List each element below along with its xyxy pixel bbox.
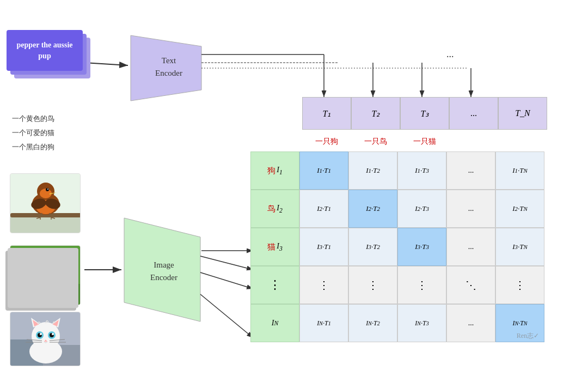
text-input-cards: pepper the aussie pup — [7, 30, 94, 79]
cell-1-1: I1·T1 — [299, 151, 348, 190]
svg-point-63 — [32, 322, 60, 350]
image-encoder-text-line2: Encoder — [150, 273, 177, 282]
row-3: 猫I3 I3·T1 I3·T2 I3·T3 ... I3·TN — [250, 228, 544, 266]
image-encoder-label: Image Encoder — [139, 259, 188, 283]
cell-1-n: I1·TN — [495, 151, 544, 190]
cell-3-n: I3·TN — [495, 228, 544, 266]
cell-2-n: I2·TN — [495, 190, 544, 228]
cell-dots-1: ⋮ — [299, 266, 348, 304]
cell-2-2: I2·T2 — [348, 190, 397, 228]
cell-2-3: I2·T3 — [397, 190, 446, 228]
cell-dots-n: ⋮ — [495, 266, 544, 304]
svg-text:...: ... — [446, 48, 454, 59]
text-encoder-text-line1: Text — [162, 56, 176, 65]
cat-svg — [10, 312, 81, 366]
t-header-dots: ... — [449, 97, 498, 130]
chinese-text-1: 一个黄色的鸟 — [12, 112, 54, 126]
image-encoder-text-line1: Image — [154, 260, 174, 269]
svg-line-13 — [200, 256, 253, 270]
row-1: 狗I1 I1·T1 I1·T2 I1·T3 ... I1·TN — [250, 151, 544, 190]
bird-image — [10, 173, 81, 233]
chinese-col-cat: 一只猫 — [400, 134, 449, 150]
svg-point-73 — [52, 333, 54, 335]
cell-dots-dots: ⋱ — [446, 266, 495, 304]
row-2: 鸟I2 I2·T1 I2·T2 I2·T3 ... I2·TN — [250, 190, 544, 228]
i-label-dots: ⋮ — [250, 266, 299, 304]
cell-n-2: IN·T2 — [348, 304, 397, 342]
bird-svg — [10, 174, 81, 233]
dog-shadow1 — [8, 248, 78, 308]
t-header-n: T_N — [498, 97, 547, 130]
cat-image — [10, 312, 81, 366]
cell-n-1: IN·T1 — [299, 304, 348, 342]
cell-3-dots: ... — [446, 228, 495, 266]
t-header-row: T₁ T₂ T₃ ... T_N — [302, 97, 547, 130]
svg-point-27 — [47, 189, 48, 190]
svg-line-14 — [200, 272, 253, 289]
t-header-2: T₂ — [351, 97, 400, 130]
svg-point-72 — [40, 333, 42, 335]
svg-point-26 — [46, 188, 49, 191]
t-header-1: T₁ — [302, 97, 351, 130]
chinese-col-labels: 一只狗 一只鸟 一只猫 — [302, 134, 449, 150]
cell-3-2: I3·T2 — [348, 228, 397, 266]
text-card-main: pepper the aussie pup — [7, 30, 83, 71]
i-label-3: 猫I3 — [250, 228, 299, 266]
text-encoder-text-line2: Encoder — [155, 69, 182, 77]
cell-3-1: I3·T1 — [299, 228, 348, 266]
svg-line-15 — [200, 294, 253, 338]
cell-1-2: I1·T2 — [348, 151, 397, 190]
cell-1-dots: ... — [446, 151, 495, 190]
i-label-n: IN — [250, 304, 299, 342]
svg-rect-20 — [10, 215, 81, 233]
i-label-2: 鸟I2 — [250, 190, 299, 228]
cell-2-dots: ... — [446, 190, 495, 228]
cell-3-3: I3·T3 — [397, 228, 446, 266]
chinese-text-list: 一个黄色的鸟 一个可爱的猫 一个黑白的狗 — [12, 112, 54, 154]
cell-1-3: I1·T3 — [397, 151, 446, 190]
t-header-3: T₃ — [400, 97, 449, 130]
cell-dots-2: ⋮ — [348, 266, 397, 304]
chinese-col-bird: 一只鸟 — [351, 134, 400, 150]
text-card-label: pepper the aussie pup — [11, 40, 78, 61]
row-dots: ⋮ ⋮ ⋮ ⋮ ⋱ ⋮ — [250, 266, 544, 304]
cell-n-dots: ... — [446, 304, 495, 342]
cell-2-1: I2·T1 — [299, 190, 348, 228]
cell-n-3: IN·T3 — [397, 304, 446, 342]
diagram-container: ... ⋮ pepper the aussie pup 一个黄色的鸟 一个可爱的… — [0, 0, 588, 376]
text-encoder-label: Text Encoder — [144, 54, 193, 79]
i-label-1: 狗I1 — [250, 151, 299, 190]
chinese-text-3: 一个黑白的狗 — [12, 140, 54, 154]
row-n: IN IN·T1 IN·T2 IN·T3 ... IN·TN — [250, 304, 544, 342]
cell-dots-3: ⋮ — [397, 266, 446, 304]
chinese-text-2: 一个可爱的猫 — [12, 126, 54, 140]
watermark: Ren志✓ — [517, 331, 539, 341]
chinese-col-dog: 一只狗 — [302, 134, 351, 150]
